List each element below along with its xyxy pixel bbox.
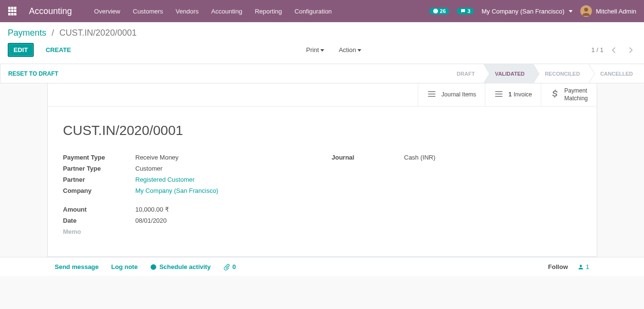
- breadcrumb-current: CUST.IN/2020/0001: [59, 28, 137, 38]
- paperclip-icon: [223, 264, 230, 270]
- action-dropdown[interactable]: Action: [339, 46, 361, 54]
- label-partner-type: Partner Type: [63, 165, 136, 172]
- invoice-count: 1: [508, 91, 512, 98]
- label-journal: Journal: [332, 154, 404, 161]
- nav-accounting[interactable]: Accounting: [206, 5, 247, 18]
- apps-icon[interactable]: [8, 6, 17, 16]
- form-wrap: Journal Items 1Invoice Payment Matching: [0, 83, 644, 257]
- nav-overview[interactable]: Overview: [89, 5, 125, 18]
- value-memo: [136, 228, 313, 235]
- svg-rect-4: [428, 96, 436, 97]
- user-menu[interactable]: Mitchell Admin: [580, 5, 636, 17]
- invoice-button[interactable]: 1Invoice: [485, 83, 541, 106]
- attachments-button[interactable]: 0: [223, 263, 236, 270]
- svg-rect-6: [495, 94, 503, 94]
- caret-down-icon: [320, 49, 324, 52]
- label-memo: Memo: [63, 228, 136, 235]
- svg-rect-5: [495, 91, 503, 92]
- pager-prev[interactable]: [608, 44, 620, 56]
- avatar: [580, 5, 592, 17]
- breadcrumb-separator: /: [52, 28, 54, 38]
- matching-line2: Matching: [564, 95, 588, 103]
- svg-rect-7: [495, 96, 503, 97]
- breadcrumb-root[interactable]: Payments: [8, 28, 46, 38]
- caret-down-icon: [569, 10, 573, 13]
- app-brand[interactable]: Accounting: [29, 6, 72, 16]
- discuss-badge[interactable]: 3: [457, 8, 474, 14]
- invoice-label: Invoice: [514, 91, 532, 98]
- button-box: Journal Items 1Invoice Payment Matching: [48, 83, 597, 107]
- svg-rect-3: [428, 94, 436, 94]
- value-payment-type: Receive Money: [136, 154, 313, 161]
- status-validated[interactable]: VALIDATED: [483, 64, 533, 83]
- label-partner: Partner: [63, 176, 136, 183]
- chatter-area: Send message Log note Schedule activity …: [0, 257, 644, 276]
- pager-text: 1 / 1: [591, 46, 603, 54]
- value-date: 08/01/2020: [136, 217, 313, 224]
- label-payment-type: Payment Type: [63, 154, 136, 161]
- nav-configuration[interactable]: Configuration: [290, 5, 337, 18]
- company-switcher[interactable]: My Company (San Francisco): [481, 8, 573, 15]
- journal-items-label: Journal Items: [441, 91, 476, 99]
- matching-line1: Payment: [564, 87, 588, 95]
- create-button[interactable]: CREATE: [41, 43, 76, 56]
- nav-menu: Overview Customers Vendors Accounting Re…: [89, 5, 337, 18]
- bars-icon: [427, 89, 437, 100]
- discuss-count: 3: [467, 8, 470, 14]
- svg-point-1: [584, 8, 588, 12]
- pager-next[interactable]: [625, 44, 636, 56]
- send-message-button[interactable]: Send message: [55, 263, 99, 270]
- value-partner-type: Customer: [136, 165, 313, 172]
- record-title: CUST.IN/2020/0001: [63, 123, 581, 138]
- status-draft[interactable]: DRAFT: [445, 64, 483, 83]
- value-journal: Cash (INR): [404, 154, 581, 161]
- value-partner[interactable]: Registered Customer: [136, 176, 195, 183]
- control-panel: Payments / CUST.IN/2020/0001 EDIT CREATE…: [0, 22, 644, 64]
- edit-button[interactable]: EDIT: [8, 43, 34, 57]
- bars-icon: [494, 89, 504, 100]
- label-date: Date: [63, 217, 136, 224]
- form-sheet: Journal Items 1Invoice Payment Matching: [47, 83, 597, 257]
- journal-items-button[interactable]: Journal Items: [418, 83, 485, 106]
- nav-right: 26 3 My Company (San Francisco) Mitchell…: [429, 5, 636, 17]
- main-navbar: Accounting Overview Customers Vendors Ac…: [0, 0, 644, 22]
- timer-count: 26: [440, 8, 446, 14]
- pager: 1 / 1: [591, 44, 636, 56]
- dollar-icon: [550, 89, 560, 100]
- timer-badge[interactable]: 26: [429, 8, 449, 14]
- followers-button[interactable]: 1: [577, 263, 589, 270]
- chat-icon: [460, 8, 466, 14]
- label-company: Company: [63, 187, 136, 194]
- follow-button[interactable]: Follow: [548, 263, 568, 270]
- log-note-button[interactable]: Log note: [111, 263, 138, 270]
- value-company[interactable]: My Company (San Francisco): [136, 187, 219, 194]
- print-dropdown[interactable]: Print: [306, 46, 324, 54]
- nav-reporting[interactable]: Reporting: [250, 5, 287, 18]
- form-body: CUST.IN/2020/0001 Payment Type Receive M…: [48, 107, 597, 256]
- label-amount: Amount: [63, 206, 136, 213]
- chevron-left-icon: [610, 46, 618, 54]
- breadcrumb: Payments / CUST.IN/2020/0001: [8, 28, 636, 38]
- clock-icon: [150, 264, 157, 270]
- status-cancelled[interactable]: CANCELLED: [589, 64, 644, 83]
- nav-customers[interactable]: Customers: [128, 5, 168, 18]
- caret-down-icon: [357, 49, 361, 52]
- svg-rect-2: [428, 91, 436, 92]
- company-name: My Company (San Francisco): [481, 8, 564, 15]
- user-name: Mitchell Admin: [596, 8, 636, 15]
- statusbar: RESET TO DRAFT DRAFT VALIDATED RECONCILE…: [0, 64, 644, 83]
- reset-to-draft-button[interactable]: RESET TO DRAFT: [8, 70, 58, 77]
- status-reconciled[interactable]: RECONCILED: [533, 64, 589, 83]
- schedule-activity-button[interactable]: Schedule activity: [150, 263, 210, 270]
- user-icon: [577, 264, 584, 270]
- payment-matching-button[interactable]: Payment Matching: [541, 83, 597, 106]
- clock-icon: [433, 8, 438, 14]
- value-amount: 10,000.00 ₹: [136, 206, 313, 213]
- chevron-right-icon: [627, 46, 634, 54]
- nav-vendors[interactable]: Vendors: [171, 5, 204, 18]
